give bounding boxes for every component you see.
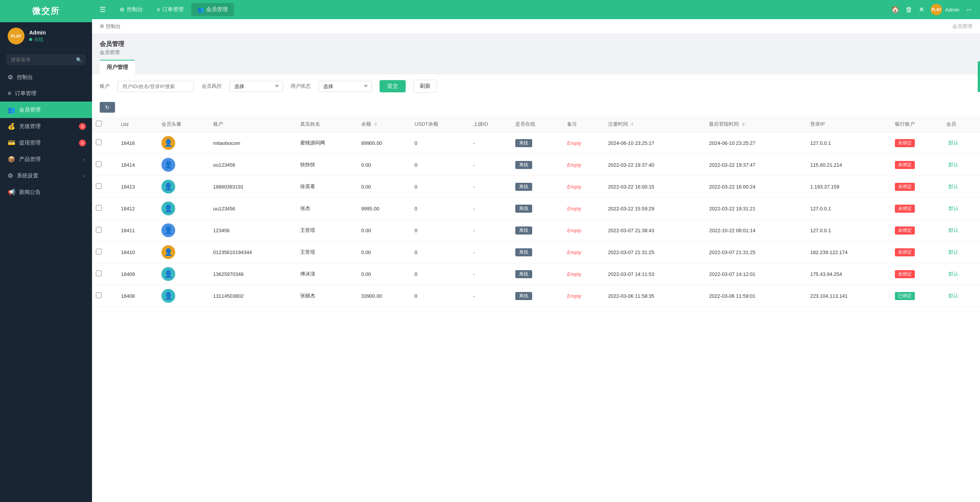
member-avatar: 👤 bbox=[161, 136, 175, 150]
topbar-right: 🏠 🗑 ✕ PLAY Admin ↔ bbox=[891, 4, 972, 15]
reset-button[interactable]: ↻ bbox=[100, 102, 115, 113]
member-action-link[interactable]: 默认 bbox=[949, 162, 959, 167]
sidebar-item-members[interactable]: 👥 会员管理 bbox=[0, 102, 92, 118]
topbar-user[interactable]: PLAY Admin bbox=[931, 4, 959, 15]
tab-user-manage[interactable]: 用户管理 bbox=[100, 60, 135, 74]
content-area: ⚙ 控制台 会员管理 会员管理 会员管理 用户管理 账户 会员风控 选择 用户状… bbox=[92, 19, 980, 502]
cell-balance: 33900.00 bbox=[357, 285, 411, 307]
status-select[interactable]: 选择 bbox=[318, 81, 372, 92]
cell-account: 18860383191 bbox=[209, 176, 296, 198]
table-row: 18412 👤 uu123456 张杰 9995.00 0 - 离线 Empty… bbox=[92, 198, 980, 220]
cell-lastlogin: 2022-03-22 19:31:21 bbox=[705, 198, 806, 220]
cell-balance: 0.00 bbox=[357, 154, 411, 176]
account-input[interactable] bbox=[117, 81, 194, 92]
sidebar-item-orders[interactable]: ≡ 订单管理 bbox=[0, 85, 92, 102]
member-avatar: 👤 bbox=[161, 223, 175, 237]
search-input[interactable] bbox=[6, 54, 86, 65]
row-checkbox-18410[interactable] bbox=[96, 249, 102, 254]
members-table: Uid 会员头像 账户 真实姓名 余额 USDT余额 上级ID bbox=[92, 116, 980, 307]
cell-uid: 18411 bbox=[117, 220, 158, 241]
sidebar-item-settings[interactable]: ⚙ 系统设置 › bbox=[0, 167, 92, 184]
cell-uid: 18416 bbox=[117, 132, 158, 154]
topbar-members-icon: 👥 bbox=[197, 7, 204, 13]
cell-regtime: 2024-06-10 23:25:17 bbox=[604, 132, 705, 154]
row-checkbox-18414[interactable] bbox=[96, 161, 102, 167]
bank-badge: 未绑定 bbox=[895, 205, 915, 213]
table-row: 18408 👤 13114503802 张丽杰 33900.00 0 - 离线 … bbox=[92, 285, 980, 307]
risk-select[interactable]: 选择 bbox=[229, 81, 283, 92]
cell-member-action: 默认 bbox=[942, 241, 980, 263]
member-avatar: 👤 bbox=[161, 202, 175, 215]
cell-uid: 18413 bbox=[117, 176, 158, 198]
sidebar-item-withdraw[interactable]: 💳 提现管理 0 bbox=[0, 135, 92, 151]
select-all-checkbox[interactable] bbox=[96, 121, 102, 126]
cell-bank: 未绑定 bbox=[891, 198, 943, 220]
member-action-link[interactable]: 默认 bbox=[949, 205, 959, 211]
cell-lastlogin: 2022-03-07 21:31:25 bbox=[705, 241, 806, 263]
page-header: 会员管理 会员管理 bbox=[92, 34, 980, 60]
col-lastlogin[interactable]: 最后登陆时间 bbox=[705, 116, 806, 132]
cell-bank: 未绑定 bbox=[891, 176, 943, 198]
share-icon[interactable]: ↔ bbox=[965, 6, 972, 14]
online-badge: 离线 bbox=[515, 270, 532, 278]
topbar-members[interactable]: 👥 会员管理 bbox=[191, 3, 234, 16]
member-action-link[interactable]: 默认 bbox=[949, 249, 959, 255]
member-avatar: 👤 bbox=[161, 289, 175, 303]
row-checkbox-18408[interactable] bbox=[96, 292, 102, 298]
home-icon[interactable]: 🏠 bbox=[891, 5, 899, 14]
cell-regtime: 2022-03-07 14:11:53 bbox=[604, 263, 705, 285]
online-badge: 离线 bbox=[515, 292, 532, 300]
cell-parent: - bbox=[469, 220, 512, 241]
sidebar: 微交所 PLAY Admin 在线 🔍 ⚙ 控制台 ≡ 订单管理 👥 会员管理 … bbox=[0, 0, 92, 502]
cell-remark: Empty bbox=[563, 198, 604, 220]
sidebar-logo: 微交所 bbox=[0, 0, 92, 22]
member-action-link[interactable]: 默认 bbox=[949, 271, 959, 277]
cell-bank: 已绑定 bbox=[891, 285, 943, 307]
trash-icon[interactable]: 🗑 bbox=[906, 6, 913, 14]
bank-badge: 已绑定 bbox=[895, 292, 915, 300]
refresh-button[interactable]: 刷新 bbox=[413, 80, 437, 93]
cell-realname: 王世瑶 bbox=[296, 220, 357, 241]
sidebar-item-products[interactable]: 📦 产品管理 › bbox=[0, 151, 92, 167]
settings-icon: ⚙ bbox=[8, 172, 13, 179]
table-header-row: Uid 会员头像 账户 真实姓名 余额 USDT余额 上级ID bbox=[92, 116, 980, 132]
col-regtime[interactable]: 注册时间 bbox=[604, 116, 705, 132]
row-checkbox-18411[interactable] bbox=[96, 227, 102, 233]
member-action-link[interactable]: 默认 bbox=[949, 140, 959, 146]
row-checkbox-18409[interactable] bbox=[96, 271, 102, 276]
topbar-dashboard[interactable]: ⚙ 控制台 bbox=[113, 3, 149, 16]
sidebar-item-recharge[interactable]: 💰 充值管理 0 bbox=[0, 118, 92, 135]
menu-toggle-icon[interactable]: ☰ bbox=[100, 5, 106, 14]
cell-uid: 18409 bbox=[117, 263, 158, 285]
cell-member-action: 默认 bbox=[942, 154, 980, 176]
expand-icon[interactable]: ✕ bbox=[919, 5, 924, 14]
sidebar-item-news[interactable]: 📢 新闻公告 bbox=[0, 184, 92, 200]
cell-ip: 175.43.94.254 bbox=[806, 263, 891, 285]
col-balance[interactable]: 余额 bbox=[357, 116, 411, 132]
member-action-link[interactable]: 默认 bbox=[949, 184, 959, 189]
sidebar-item-dashboard[interactable]: ⚙ 控制台 bbox=[0, 69, 92, 85]
cell-bank: 未绑定 bbox=[891, 220, 943, 241]
page-title: 会员管理 bbox=[100, 40, 972, 48]
row-checkbox-18413[interactable] bbox=[96, 183, 102, 189]
topbar-orders[interactable]: ≡ 订单管理 bbox=[151, 3, 190, 16]
scrollbar-accent bbox=[978, 61, 980, 92]
member-action-link[interactable]: 默认 bbox=[949, 227, 959, 233]
cell-balance: 0.00 bbox=[357, 263, 411, 285]
col-online: 是否在线 bbox=[511, 116, 563, 132]
table-toolbar: ↻ bbox=[92, 98, 980, 116]
remark-empty: Empty bbox=[567, 162, 581, 168]
members-icon: 👥 bbox=[8, 106, 15, 113]
cell-balance: 0.00 bbox=[357, 220, 411, 241]
cell-avatar: 👤 bbox=[158, 220, 209, 241]
cell-balance: 0.00 bbox=[357, 241, 411, 263]
recharge-badge: 0 bbox=[79, 123, 86, 130]
row-checkbox-18416[interactable] bbox=[96, 139, 102, 145]
member-action-link[interactable]: 默认 bbox=[949, 293, 959, 299]
cell-avatar: 👤 bbox=[158, 176, 209, 198]
row-checkbox-18412[interactable] bbox=[96, 205, 102, 211]
submit-button[interactable]: 提交 bbox=[380, 80, 406, 92]
cell-realname: 张丽杰 bbox=[296, 285, 357, 307]
settings-arrow: › bbox=[83, 174, 84, 178]
member-avatar: 👤 bbox=[161, 267, 175, 281]
